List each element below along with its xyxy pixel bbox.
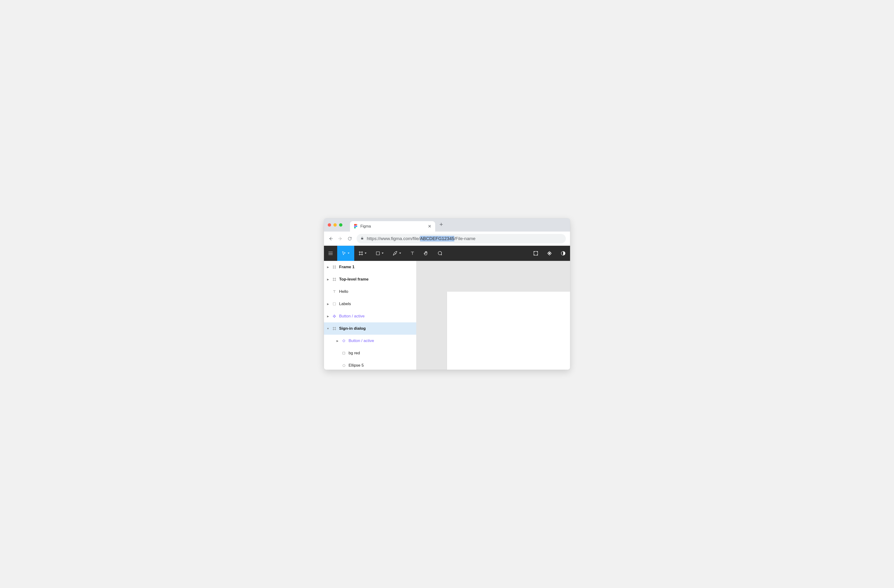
browser-tab-bar: Figma ✕ + xyxy=(324,218,570,232)
svg-point-5 xyxy=(537,252,538,252)
new-tab-button[interactable]: + xyxy=(438,221,444,229)
close-window-button[interactable] xyxy=(328,223,331,226)
layer-row-top-level-frame[interactable]: ▶ Top-level frame xyxy=(324,273,416,285)
disclosure-right-icon[interactable]: ▶ xyxy=(336,339,339,342)
layer-row-frame-1[interactable]: ▶ Frame 1 xyxy=(324,261,416,273)
reload-button[interactable] xyxy=(347,236,352,241)
lock-icon xyxy=(360,236,364,241)
maximize-window-button[interactable] xyxy=(339,223,343,226)
browser-window: Figma ✕ + https://www.figma.com/file/ABC… xyxy=(324,218,570,370)
url-prefix: https://www.figma.com/file/ xyxy=(367,236,420,241)
svg-rect-2 xyxy=(376,252,379,255)
layer-label: Button / active xyxy=(349,338,374,343)
layer-row-ellipse-5[interactable]: Ellipse 5 xyxy=(324,359,416,370)
url-file-id-highlighted: ABCDEFG12345 xyxy=(420,236,455,241)
svg-point-6 xyxy=(534,255,535,255)
layers-panel: ▶ Frame 1 ▶ Top-level frame Hello ▶ Labe… xyxy=(324,261,416,370)
layer-row-bg-red[interactable]: bg red xyxy=(324,347,416,359)
minimize-window-button[interactable] xyxy=(334,223,337,226)
url-suffix: /File-name xyxy=(455,236,476,241)
back-button[interactable] xyxy=(328,236,334,241)
svg-point-0 xyxy=(356,226,357,227)
svg-point-11 xyxy=(343,364,345,366)
window-controls xyxy=(328,223,343,226)
text-tool[interactable] xyxy=(406,246,419,261)
layer-row-button-active-component[interactable]: ▶ Button / active xyxy=(324,310,416,323)
chevron-down-icon xyxy=(399,253,402,254)
layer-label: Top-level frame xyxy=(339,277,368,282)
layer-label: Ellipse 5 xyxy=(349,363,364,368)
svg-point-4 xyxy=(534,252,535,252)
browser-tab[interactable]: Figma ✕ xyxy=(350,221,435,232)
layer-row-button-active-instance[interactable]: ▶ Button / active xyxy=(324,335,416,347)
svg-rect-1 xyxy=(361,238,363,239)
component-icon xyxy=(332,314,337,318)
layer-label: Sign-in dialog xyxy=(339,326,365,331)
close-tab-icon[interactable]: ✕ xyxy=(428,224,431,229)
browser-address-bar: https://www.figma.com/file/ABCDEFG12345/… xyxy=(324,232,570,246)
toggle-theme-button[interactable] xyxy=(556,246,570,261)
disclosure-right-icon[interactable]: ▶ xyxy=(326,265,330,269)
url-field[interactable]: https://www.figma.com/file/ABCDEFG12345/… xyxy=(356,234,566,243)
canvas-frame[interactable] xyxy=(447,292,570,370)
svg-rect-9 xyxy=(333,303,336,305)
main-menu-button[interactable] xyxy=(324,246,337,261)
layer-row-labels[interactable]: ▶ Labels xyxy=(324,298,416,310)
layer-row-hello[interactable]: Hello xyxy=(324,285,416,298)
chevron-down-icon xyxy=(365,253,367,254)
svg-point-7 xyxy=(537,255,538,255)
forward-button[interactable] xyxy=(338,236,343,241)
layer-label: Button / active xyxy=(339,314,365,319)
layer-label: Frame 1 xyxy=(339,265,355,269)
group-icon xyxy=(332,302,337,306)
figma-workspace: ▶ Frame 1 ▶ Top-level frame Hello ▶ Labe… xyxy=(324,261,570,370)
frame-icon xyxy=(332,277,337,281)
figma-toolbar xyxy=(324,246,570,261)
ellipse-icon xyxy=(341,364,346,367)
layer-label: Labels xyxy=(339,302,351,306)
comment-tool[interactable] xyxy=(433,246,447,261)
pen-tool[interactable] xyxy=(388,246,406,261)
disclosure-right-icon[interactable]: ▶ xyxy=(326,303,330,306)
svg-rect-10 xyxy=(343,352,345,354)
plugins-button[interactable] xyxy=(543,246,556,261)
frame-icon xyxy=(332,327,337,330)
shape-tool[interactable] xyxy=(371,246,388,261)
text-icon xyxy=(332,290,337,294)
chevron-down-icon xyxy=(382,253,384,254)
instance-icon xyxy=(341,339,346,343)
figma-favicon-icon xyxy=(354,224,358,229)
frame-icon xyxy=(332,265,337,269)
url-text: https://www.figma.com/file/ABCDEFG12345/… xyxy=(367,236,476,241)
layer-label: bg red xyxy=(349,351,360,356)
layer-label: Hello xyxy=(339,289,348,294)
rectangle-icon xyxy=(341,351,346,355)
frame-tool[interactable] xyxy=(354,246,371,261)
components-panel-button[interactable] xyxy=(529,246,543,261)
layer-row-sign-in-dialog[interactable]: ▼ Sign-in dialog xyxy=(324,323,416,335)
move-tool[interactable] xyxy=(337,246,354,261)
browser-tab-title: Figma xyxy=(360,224,425,229)
disclosure-down-icon[interactable]: ▼ xyxy=(326,327,330,330)
disclosure-right-icon[interactable]: ▶ xyxy=(326,315,330,318)
disclosure-right-icon[interactable]: ▶ xyxy=(326,278,330,281)
figma-canvas[interactable] xyxy=(416,261,570,370)
chevron-down-icon xyxy=(347,253,350,254)
hand-tool[interactable] xyxy=(419,246,433,261)
